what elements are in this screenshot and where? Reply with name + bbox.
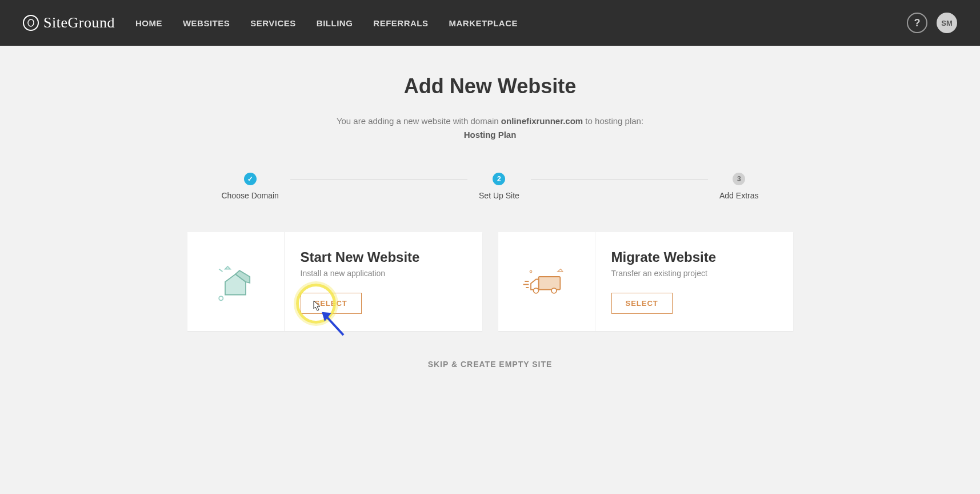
page-title: Add New Website — [187, 74, 793, 98]
option-cards: Start New Website Install a new applicat… — [187, 232, 793, 331]
hosting-plan-name: Hosting Plan — [464, 130, 517, 140]
truck-icon — [498, 232, 595, 331]
nav-home[interactable]: HOME — [135, 18, 162, 28]
step-add-extras: 3 Add Extras — [708, 173, 770, 200]
main-content: Add New Website You are adding a new web… — [176, 46, 805, 369]
brand-name: SiteGround — [43, 14, 115, 31]
brand-logo[interactable]: SiteGround — [23, 14, 115, 31]
step-2-label: Set Up Site — [479, 191, 519, 200]
step-1-label: Choose Domain — [222, 191, 279, 200]
house-icon — [187, 232, 285, 331]
subtitle-prefix: You are adding a new website with domain — [337, 116, 501, 126]
svg-point-6 — [551, 288, 557, 293]
nav-billing[interactable]: BILLING — [317, 18, 353, 28]
logo-icon — [23, 15, 39, 31]
subtitle-domain: onlinefixrunner.com — [501, 116, 583, 126]
card-start-body: Start New Website Install a new applicat… — [285, 232, 482, 331]
step-1-circle-check-icon — [244, 173, 257, 185]
select-start-button[interactable]: SELECT — [301, 293, 362, 314]
card-start-new-website: Start New Website Install a new applicat… — [187, 232, 482, 331]
subtitle-suffix: to hosting plan: — [583, 116, 643, 126]
top-nav-bar: SiteGround HOME WEBSITES SERVICES BILLIN… — [0, 0, 980, 46]
select-migrate-button[interactable]: SELECT — [611, 293, 673, 314]
step-choose-domain: Choose Domain — [210, 173, 290, 200]
skip-create-empty-link[interactable]: SKIP & CREATE EMPTY SITE — [187, 360, 793, 369]
header-left: SiteGround HOME WEBSITES SERVICES BILLIN… — [23, 14, 518, 31]
svg-point-3 — [530, 270, 532, 273]
card-start-title: Start New Website — [301, 249, 466, 265]
svg-point-0 — [219, 296, 223, 300]
help-icon[interactable]: ? — [907, 13, 927, 33]
nav-services[interactable]: SERVICES — [250, 18, 296, 28]
main-nav: HOME WEBSITES SERVICES BILLING REFERRALS… — [135, 18, 518, 28]
step-2-circle: 2 — [493, 173, 505, 185]
page-subtitle: You are adding a new website with domain… — [187, 114, 793, 142]
card-start-desc: Install a new application — [301, 269, 466, 278]
nav-marketplace[interactable]: MARKETPLACE — [449, 18, 518, 28]
wizard-steps: Choose Domain 2 Set Up Site 3 Add Extras — [187, 173, 793, 200]
card-migrate-desc: Transfer an existing project — [611, 269, 777, 278]
step-3-label: Add Extras — [719, 191, 758, 200]
svg-rect-4 — [539, 277, 561, 290]
card-migrate-body: Migrate Website Transfer an existing pro… — [595, 232, 793, 331]
header-right: ? SM — [907, 13, 957, 33]
step-3-circle: 3 — [733, 173, 745, 185]
card-migrate-title: Migrate Website — [611, 249, 777, 265]
nav-websites[interactable]: WEBSITES — [183, 18, 230, 28]
card-migrate-website: Migrate Website Transfer an existing pro… — [498, 232, 793, 331]
step-set-up-site: 2 Set Up Site — [467, 173, 531, 200]
avatar[interactable]: SM — [937, 13, 957, 33]
svg-point-5 — [534, 288, 539, 293]
nav-referrals[interactable]: REFERRALS — [373, 18, 428, 28]
